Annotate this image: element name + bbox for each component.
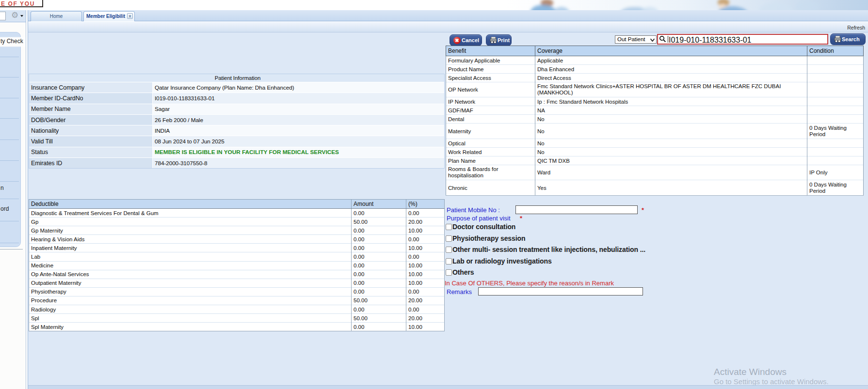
- deductible-cell: 0.00: [352, 270, 406, 279]
- required-asterisk: *: [642, 206, 644, 214]
- patient-info-label: Emirates ID: [29, 158, 153, 169]
- checkbox[interactable]: [446, 258, 452, 265]
- benefit-cell: [807, 156, 864, 165]
- search-button-label: Search: [842, 34, 860, 45]
- benefit-cell: Ward: [535, 165, 807, 180]
- patient-info-value: 08 Jun 2024 to 07 Jun 2025: [153, 136, 445, 147]
- tab-close-icon[interactable]: x: [127, 13, 133, 19]
- benefit-cell: Optical: [446, 139, 535, 148]
- patient-info-row: NationalityINDIA: [29, 125, 445, 136]
- cancel-button[interactable]: ✖ Cancel: [450, 34, 482, 46]
- table-row: Spl Maternity0.0010.00: [29, 323, 445, 331]
- table-row: Op Ante-Natal Services0.0010.00: [29, 270, 445, 279]
- table-row: OpticalNo: [446, 139, 864, 148]
- benefit-header-cell: Coverage: [535, 46, 807, 56]
- sidebar-divider: [0, 249, 23, 249]
- benefit-cell: No: [535, 148, 807, 156]
- deductible-cell: 10.00: [406, 226, 445, 235]
- patient-info-value: Sagar: [153, 104, 445, 114]
- patient-info-label: Valid Till: [29, 136, 153, 147]
- table-row: Formulary ApplicableApplicable: [446, 56, 864, 65]
- checkbox[interactable]: [446, 269, 452, 276]
- deductible-cell: 20.00: [406, 218, 445, 226]
- deductible-cell: 10.00: [406, 270, 445, 279]
- search-value-text: I019-010-118331633-01: [669, 36, 752, 45]
- table-row: Spl50.0020.00: [29, 314, 445, 323]
- deductible-cell: 0.00: [352, 287, 406, 296]
- top-band: E OF YOU: [0, 0, 868, 10]
- benefit-cell: Plan Name: [446, 156, 535, 165]
- patient-info-value: MEMBER IS ELIGIBLE IN YOUR FACILITY FOR …: [153, 147, 445, 157]
- table-row: Rooms & Boards for hospitalisationWardIP…: [446, 165, 864, 180]
- deductible-cell: 10.00: [406, 279, 445, 287]
- sidebar-item-label[interactable]: ord: [0, 205, 9, 212]
- logo-tagline-text: E OF YOU: [1, 0, 35, 7]
- print-button[interactable]: Print: [486, 34, 512, 46]
- benefit-cell: Yes: [535, 180, 807, 196]
- tab-member-eligibility[interactable]: Member Eligibilit x: [83, 11, 135, 21]
- benefit-cell: Rooms & Boards for hospitalisation: [446, 165, 535, 180]
- patient-info-value: I019-010-118331633-01: [153, 93, 445, 104]
- checkbox-label: Lab or radiology investigations: [452, 257, 552, 265]
- table-row: Diagnostic & Treatment Services For Dent…: [29, 209, 445, 218]
- bottom-scrollbar-strip[interactable]: [28, 385, 868, 389]
- checkbox[interactable]: [446, 247, 452, 253]
- benefit-cell: No: [535, 139, 807, 148]
- deductible-cell: Gp Maternity: [29, 226, 352, 235]
- patient-mobile-input[interactable]: [515, 205, 638, 214]
- benefit-cell: Direct Access: [535, 74, 807, 82]
- deductible-cell: 20.00: [406, 296, 445, 305]
- sidebar-item-divider: [0, 181, 19, 182]
- sidebar-item-divider: [0, 57, 19, 57]
- checkbox-label: Physiotherapy session: [452, 234, 525, 242]
- header-photo: [504, 0, 868, 10]
- benefit-cell: [807, 148, 864, 156]
- deductible-cell: Spl: [29, 314, 352, 323]
- cancel-x-icon: ✖: [453, 37, 461, 44]
- benefit-cell: [807, 74, 864, 82]
- deductible-cell: 0.00: [352, 305, 406, 314]
- benefit-header-cell: Benefit: [446, 46, 535, 56]
- activate-windows-watermark: Activate Windows: [714, 367, 787, 377]
- patient-mobile-label: Patient Mobile No :: [447, 206, 500, 214]
- benefit-cell: Work Related: [446, 148, 535, 156]
- search-button[interactable]: Search: [830, 33, 866, 45]
- tab-home[interactable]: Home: [31, 11, 82, 21]
- refresh-link[interactable]: Refresh: [847, 25, 865, 31]
- sidebar-item-label[interactable]: ty Check: [0, 38, 23, 45]
- table-row: Gp Maternity0.0010.00: [29, 226, 445, 235]
- deductible-cell: 0.00: [352, 244, 406, 252]
- benefit-cell: IP Only: [807, 165, 864, 180]
- member-search-input[interactable]: I019-010-118331633-01: [657, 34, 828, 45]
- checkbox[interactable]: [446, 224, 452, 230]
- checkbox[interactable]: [446, 235, 452, 242]
- sidebar-search-input[interactable]: [0, 12, 6, 20]
- patient-info-value: INDIA: [153, 125, 445, 136]
- search-button-icon: [834, 36, 841, 43]
- gear-icon[interactable]: ⚙: [11, 11, 20, 20]
- benefit-cell: Formulary Applicable: [446, 56, 535, 65]
- purpose-label: Purpose of patient visit: [447, 215, 511, 222]
- benefit-cell: OP Network: [446, 82, 535, 97]
- checkbox-label: Doctor consultation: [452, 223, 515, 231]
- benefit-cell: Fmc Standard Network Clinics+ASTER HOSPI…: [535, 82, 807, 97]
- benefit-cell: [807, 106, 864, 115]
- deductible-cell: 0.00: [352, 279, 406, 287]
- deductible-cell: Inpatient Maternity: [29, 244, 352, 252]
- deductible-cell: Outpatient Maternity: [29, 279, 352, 287]
- table-row: OP NetworkFmc Standard Network Clinics+A…: [446, 82, 864, 97]
- chevron-down-icon[interactable]: [20, 15, 23, 17]
- sidebar-item-label[interactable]: n: [0, 185, 4, 191]
- benefit-cell: [807, 115, 864, 124]
- benefit-cell: [807, 82, 864, 97]
- table-row: Physiotherapy0.000.00: [29, 287, 445, 296]
- deductible-cell: 0.00: [406, 209, 445, 218]
- sidebar-item-divider: [0, 98, 19, 98]
- activate-windows-watermark-sub: Go to Settings to activate Windows.: [714, 377, 829, 386]
- benefit-cell: GDF/MAF: [446, 106, 535, 115]
- remarks-input[interactable]: [478, 287, 643, 296]
- benefit-cell: NA: [535, 106, 807, 115]
- deductible-cell: Medicine: [29, 261, 352, 270]
- visit-type-select[interactable]: Out Patient: [615, 35, 657, 44]
- benefit-cell: Maternity: [446, 124, 535, 139]
